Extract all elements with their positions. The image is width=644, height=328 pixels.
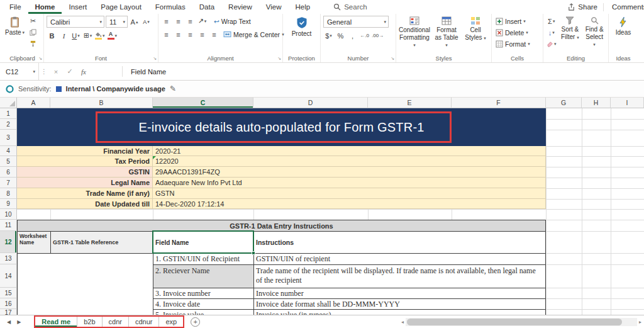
- header-table-reference[interactable]: GSTR-1 Table Reference: [50, 231, 153, 253]
- cancel-entry-button[interactable]: ×: [49, 68, 63, 76]
- title-banner[interactable]: E-invoice details auto-populated for For…: [17, 108, 546, 146]
- sheet-tab-cdnr[interactable]: cdnr: [103, 317, 129, 327]
- instruction-cell-row16[interactable]: Invoice date format shall be DD-MMM-YYYY: [253, 298, 546, 309]
- tab-data[interactable]: Data: [192, 0, 221, 14]
- font-dialog-launcher[interactable]: ↘: [153, 56, 157, 61]
- align-center-button[interactable]: ≡: [173, 29, 184, 40]
- row-header-12[interactable]: 12: [0, 231, 17, 253]
- info-value-legal-name[interactable]: Adaequare New Info Pvt Ltd: [153, 178, 546, 188]
- align-left-button[interactable]: ≡: [161, 29, 172, 40]
- sheet-nav-right[interactable]: ▶: [14, 319, 24, 325]
- wrap-text-button[interactable]: ↩ Wrap Text: [213, 16, 252, 26]
- autosum-button[interactable]: Σ▾: [546, 16, 557, 26]
- orientation-button[interactable]: ↗▾: [197, 16, 208, 26]
- align-top-button[interactable]: ≡: [161, 16, 172, 26]
- field-cell-row16[interactable]: 4. Invoice date: [153, 298, 253, 309]
- info-label-date-updated[interactable]: Date Updated till: [17, 199, 153, 209]
- merge-center-button[interactable]: Merge & Center ▾: [222, 29, 286, 40]
- sheet-tab-read-me[interactable]: Read me: [35, 317, 77, 327]
- formula-input[interactable]: Field Name: [123, 68, 166, 76]
- tab-home[interactable]: Home: [28, 0, 62, 14]
- align-right-button[interactable]: ≡: [185, 29, 196, 40]
- instruction-cell-row15[interactable]: Invoice number: [253, 288, 546, 298]
- delete-cells-button[interactable]: Delete ▾: [494, 27, 540, 38]
- decrease-font-button[interactable]: A▾: [141, 16, 152, 27]
- info-label-financial-year[interactable]: Financial Year: [17, 146, 153, 156]
- find-select-button[interactable]: Find & Select ▾: [583, 16, 606, 54]
- sheet-tab-cdnur[interactable]: cdnur: [129, 317, 160, 327]
- row-header-2[interactable]: 2: [0, 119, 17, 130]
- format-cells-button[interactable]: Format ▾: [494, 38, 540, 49]
- row-header-10[interactable]: 10: [0, 209, 17, 220]
- instruction-cell-row17[interactable]: Invoice value (in rupees): [253, 309, 546, 315]
- decrease-indent-button[interactable]: ≡: [197, 29, 208, 40]
- field-cell-row13[interactable]: 1. GSTIN/UIN of Recipient: [153, 253, 253, 264]
- comma-style-button[interactable]: ,: [347, 30, 358, 41]
- info-value-tax-period[interactable]: 122020: [153, 156, 546, 167]
- row-header-4[interactable]: 4: [0, 146, 17, 156]
- empty-worksheet-reference-block[interactable]: [17, 253, 153, 315]
- alignment-dialog-launcher[interactable]: ↘: [277, 56, 281, 61]
- column-header-h[interactable]: H: [582, 98, 611, 108]
- field-cell-row17[interactable]: 5. Invoice value: [153, 309, 253, 315]
- column-header-f[interactable]: F: [452, 98, 546, 108]
- edit-sensitivity-icon[interactable]: ✎: [170, 84, 176, 93]
- row-header-5[interactable]: 5: [0, 156, 17, 167]
- increase-indent-button[interactable]: ≡: [209, 29, 219, 40]
- align-middle-button[interactable]: ≡: [173, 16, 184, 26]
- info-value-financial-year[interactable]: 2020-21: [153, 146, 546, 156]
- name-box[interactable]: C12 ▾: [0, 63, 39, 80]
- fill-color-button[interactable]: ▾: [94, 30, 106, 41]
- font-color-button[interactable]: A ▾: [107, 30, 118, 41]
- sheet-tab-exp[interactable]: exp: [159, 317, 183, 327]
- insert-function-button[interactable]: fx: [77, 68, 91, 76]
- underline-button[interactable]: U▾: [70, 30, 81, 41]
- row-header-1[interactable]: 1: [0, 108, 17, 119]
- sheet-nav-left[interactable]: ◀: [4, 319, 14, 325]
- column-header-b[interactable]: B: [50, 98, 153, 108]
- row-header-13[interactable]: 13: [0, 253, 17, 264]
- row-header-11[interactable]: 11: [0, 220, 17, 231]
- align-bottom-button[interactable]: ≡: [185, 16, 196, 26]
- ideas-button[interactable]: Ideas: [614, 16, 632, 54]
- info-value-gstin[interactable]: 29AAACD1391F4ZQ: [153, 167, 546, 178]
- scroll-right-arrow[interactable]: ▸: [639, 319, 641, 325]
- select-all-button[interactable]: [0, 98, 17, 108]
- column-header-d[interactable]: D: [253, 98, 368, 108]
- number-format-select[interactable]: General▾: [323, 16, 389, 28]
- clear-button[interactable]: ▾: [546, 38, 557, 49]
- bold-button[interactable]: B: [47, 30, 57, 41]
- row-header-16[interactable]: 16: [0, 298, 17, 309]
- name-box-resize-handle[interactable]: ⋮: [39, 68, 49, 75]
- protect-button[interactable]: Protect: [291, 16, 313, 54]
- accounting-format-button[interactable]: $▾: [323, 30, 334, 41]
- scrollbar-thumb[interactable]: [407, 319, 622, 325]
- font-size-select[interactable]: 11▾: [106, 16, 128, 28]
- scroll-left-arrow[interactable]: ◂: [401, 319, 404, 325]
- header-field-name[interactable]: Field Name: [153, 231, 253, 253]
- tab-page-layout[interactable]: Page Layout: [94, 0, 148, 14]
- copy-button[interactable]: [28, 27, 38, 38]
- info-label-tax-period[interactable]: Tax Period: [17, 156, 153, 167]
- instruction-cell-row13[interactable]: GSTIN/UIN of recipient: [253, 253, 546, 264]
- conditional-formatting-button[interactable]: Conditional Formatting ▾: [399, 16, 430, 54]
- confirm-entry-button[interactable]: ✓: [63, 67, 77, 76]
- tab-review[interactable]: Review: [221, 0, 259, 14]
- borders-button[interactable]: ⊞▾: [82, 30, 93, 41]
- new-sheet-button[interactable]: +: [191, 317, 200, 327]
- tab-view[interactable]: View: [259, 0, 289, 14]
- info-label-legal-name[interactable]: Legal Name: [17, 178, 153, 188]
- scrollbar-track[interactable]: [406, 318, 637, 326]
- header-instructions[interactable]: Instructions: [253, 231, 546, 253]
- row-header-9[interactable]: 9: [0, 199, 17, 209]
- cell-styles-button[interactable]: Cell Styles ▾: [463, 16, 488, 54]
- tab-formulas[interactable]: Formulas: [148, 0, 192, 14]
- font-name-select[interactable]: Calibri▾: [47, 16, 104, 28]
- increase-font-button[interactable]: A▴: [129, 16, 140, 27]
- column-header-i[interactable]: I: [611, 98, 644, 108]
- info-label-trade-name[interactable]: Trade Name (if any): [17, 188, 153, 199]
- paste-button[interactable]: Paste▾: [4, 16, 26, 54]
- row-header-8[interactable]: 8: [0, 188, 17, 199]
- column-header-a[interactable]: A: [17, 98, 50, 108]
- number-dialog-launcher[interactable]: ↘: [391, 56, 394, 61]
